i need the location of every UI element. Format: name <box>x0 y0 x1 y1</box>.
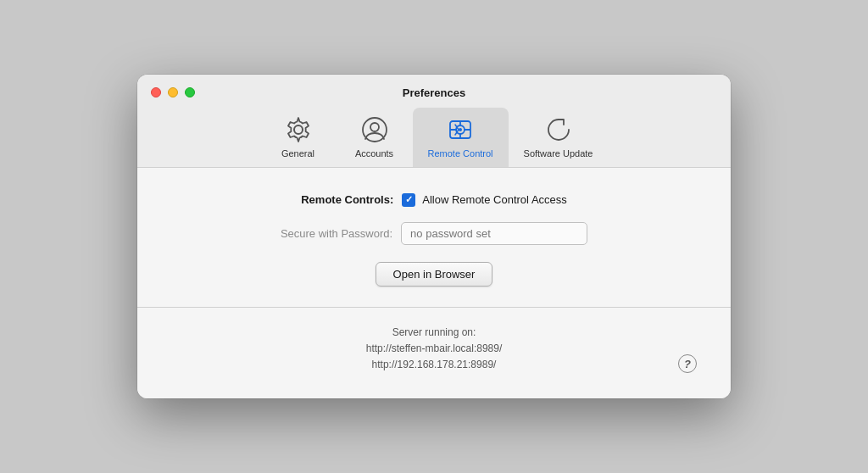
allow-checkbox[interactable] <box>402 193 415 207</box>
window-title: Preferences <box>195 86 673 99</box>
window-controls <box>151 87 195 97</box>
tab-general[interactable]: General <box>260 108 337 167</box>
password-label: Secure with Password: <box>281 227 392 240</box>
tab-accounts-label: Accounts <box>355 148 393 159</box>
server-info: Server running on: http://steffen-mbair.… <box>171 308 697 374</box>
svg-point-2 <box>370 123 379 131</box>
server-running-label: Server running on: <box>171 325 697 341</box>
password-input[interactable] <box>401 222 587 245</box>
close-button[interactable] <box>151 87 161 97</box>
tab-remote-control[interactable]: Remote Control <box>413 108 509 167</box>
password-row: Secure with Password: <box>171 222 697 245</box>
tab-remote-control-label: Remote Control <box>428 148 493 159</box>
allow-checkbox-label: Allow Remote Control Access <box>422 193 567 206</box>
tab-software-update[interactable]: Software Update <box>509 108 609 167</box>
allow-checkbox-wrap: Allow Remote Control Access <box>402 193 567 207</box>
remote-controls-label: Remote Controls: <box>301 193 393 206</box>
tab-general-label: General <box>281 148 314 159</box>
svg-point-0 <box>294 125 303 134</box>
toolbar: General Accounts <box>243 108 626 167</box>
minimize-button[interactable] <box>168 87 178 97</box>
server-url-1: http://steffen-mbair.local:8989/ <box>171 341 697 357</box>
button-row: Open in Browser <box>171 262 697 287</box>
person-icon <box>359 114 390 145</box>
tab-software-update-label: Software Update <box>524 148 593 159</box>
maximize-button[interactable] <box>185 87 195 97</box>
remote-controls-row: Remote Controls: Allow Remote Control Ac… <box>171 193 697 207</box>
content-area: Remote Controls: Allow Remote Control Ac… <box>137 168 731 399</box>
update-icon <box>543 114 574 145</box>
gear-icon <box>283 114 314 145</box>
tab-accounts[interactable]: Accounts <box>337 108 413 167</box>
remote-control-icon <box>445 114 476 145</box>
titlebar: Preferences General <box>137 75 731 168</box>
open-browser-button[interactable]: Open in Browser <box>376 262 493 287</box>
server-url-2: http://192.168.178.21:8989/ <box>171 357 697 373</box>
preferences-window: Preferences General <box>137 75 731 399</box>
